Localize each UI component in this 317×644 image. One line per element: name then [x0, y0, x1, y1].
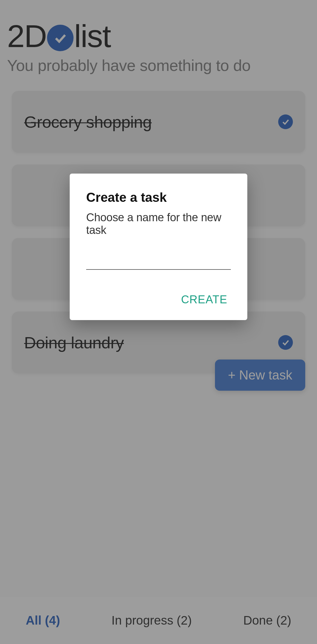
dialog-subtitle: Choose a name for the new task [86, 211, 231, 237]
create-task-dialog: Create a task Choose a name for the new … [70, 174, 247, 320]
modal-scrim[interactable] [0, 0, 317, 644]
task-name-input[interactable] [86, 251, 231, 270]
dialog-title: Create a task [86, 190, 231, 205]
app-screen: 2D list You probably have something to d… [0, 0, 317, 644]
create-button[interactable]: CREATE [178, 290, 231, 309]
dialog-actions: CREATE [86, 286, 231, 313]
